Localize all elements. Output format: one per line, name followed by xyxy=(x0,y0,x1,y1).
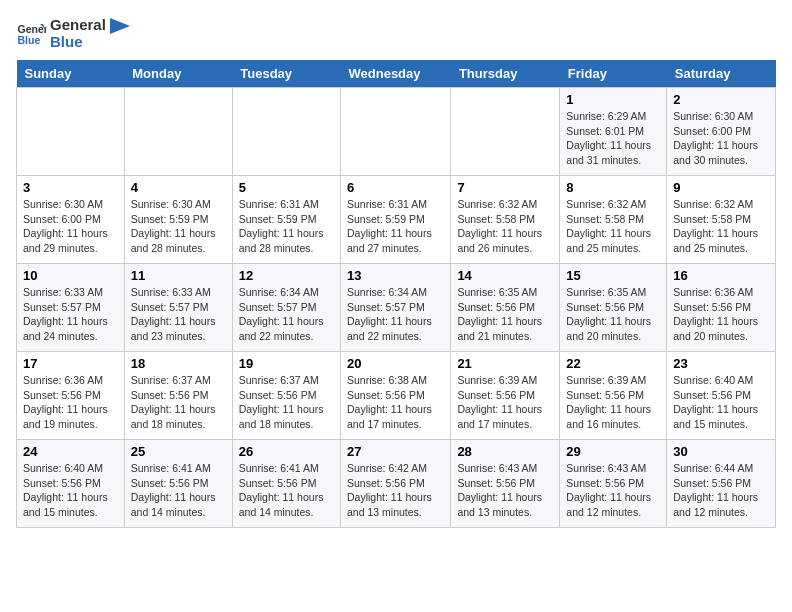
sunset-text: Sunset: 5:59 PM xyxy=(347,212,444,227)
day-info: Sunrise: 6:40 AMSunset: 5:56 PMDaylight:… xyxy=(673,373,769,432)
calendar-cell xyxy=(17,88,125,176)
daylight-text: Daylight: 11 hours and 26 minutes. xyxy=(457,226,553,255)
sunset-text: Sunset: 5:57 PM xyxy=(347,300,444,315)
sunset-text: Sunset: 5:56 PM xyxy=(566,476,660,491)
day-info: Sunrise: 6:39 AMSunset: 5:56 PMDaylight:… xyxy=(566,373,660,432)
sunset-text: Sunset: 5:56 PM xyxy=(347,388,444,403)
sunrise-text: Sunrise: 6:41 AM xyxy=(239,461,334,476)
sunrise-text: Sunrise: 6:35 AM xyxy=(457,285,553,300)
sunrise-text: Sunrise: 6:41 AM xyxy=(131,461,226,476)
daylight-text: Daylight: 11 hours and 21 minutes. xyxy=(457,314,553,343)
sunset-text: Sunset: 5:56 PM xyxy=(457,300,553,315)
sunrise-text: Sunrise: 6:32 AM xyxy=(566,197,660,212)
sunset-text: Sunset: 5:56 PM xyxy=(23,476,118,491)
daylight-text: Daylight: 11 hours and 27 minutes. xyxy=(347,226,444,255)
calendar-cell: 4Sunrise: 6:30 AMSunset: 5:59 PMDaylight… xyxy=(124,176,232,264)
sunrise-text: Sunrise: 6:31 AM xyxy=(239,197,334,212)
calendar-cell: 18Sunrise: 6:37 AMSunset: 5:56 PMDayligh… xyxy=(124,352,232,440)
day-number: 4 xyxy=(131,180,226,195)
daylight-text: Daylight: 11 hours and 14 minutes. xyxy=(131,490,226,519)
daylight-text: Daylight: 11 hours and 29 minutes. xyxy=(23,226,118,255)
sunrise-text: Sunrise: 6:38 AM xyxy=(347,373,444,388)
daylight-text: Daylight: 11 hours and 12 minutes. xyxy=(566,490,660,519)
daylight-text: Daylight: 11 hours and 28 minutes. xyxy=(239,226,334,255)
daylight-text: Daylight: 11 hours and 14 minutes. xyxy=(239,490,334,519)
page-header: General Blue General Blue xyxy=(16,16,776,50)
weekday-header-wednesday: Wednesday xyxy=(341,60,451,88)
day-info: Sunrise: 6:40 AMSunset: 5:56 PMDaylight:… xyxy=(23,461,118,520)
daylight-text: Daylight: 11 hours and 22 minutes. xyxy=(239,314,334,343)
day-number: 9 xyxy=(673,180,769,195)
sunrise-text: Sunrise: 6:34 AM xyxy=(347,285,444,300)
day-info: Sunrise: 6:31 AMSunset: 5:59 PMDaylight:… xyxy=(239,197,334,256)
calendar-cell: 20Sunrise: 6:38 AMSunset: 5:56 PMDayligh… xyxy=(341,352,451,440)
calendar-cell: 6Sunrise: 6:31 AMSunset: 5:59 PMDaylight… xyxy=(341,176,451,264)
sunrise-text: Sunrise: 6:30 AM xyxy=(673,109,769,124)
daylight-text: Daylight: 11 hours and 17 minutes. xyxy=(457,402,553,431)
sunrise-text: Sunrise: 6:37 AM xyxy=(239,373,334,388)
day-number: 11 xyxy=(131,268,226,283)
sunset-text: Sunset: 5:59 PM xyxy=(131,212,226,227)
calendar-cell: 29Sunrise: 6:43 AMSunset: 5:56 PMDayligh… xyxy=(560,440,667,528)
day-number: 30 xyxy=(673,444,769,459)
day-info: Sunrise: 6:34 AMSunset: 5:57 PMDaylight:… xyxy=(347,285,444,344)
day-info: Sunrise: 6:43 AMSunset: 5:56 PMDaylight:… xyxy=(566,461,660,520)
sunset-text: Sunset: 5:56 PM xyxy=(673,476,769,491)
daylight-text: Daylight: 11 hours and 19 minutes. xyxy=(23,402,118,431)
day-info: Sunrise: 6:41 AMSunset: 5:56 PMDaylight:… xyxy=(131,461,226,520)
calendar-cell: 21Sunrise: 6:39 AMSunset: 5:56 PMDayligh… xyxy=(451,352,560,440)
logo: General Blue General Blue xyxy=(16,16,130,50)
calendar-cell: 9Sunrise: 6:32 AMSunset: 5:58 PMDaylight… xyxy=(667,176,776,264)
day-number: 13 xyxy=(347,268,444,283)
calendar-cell: 10Sunrise: 6:33 AMSunset: 5:57 PMDayligh… xyxy=(17,264,125,352)
calendar-cell: 24Sunrise: 6:40 AMSunset: 5:56 PMDayligh… xyxy=(17,440,125,528)
calendar-cell: 5Sunrise: 6:31 AMSunset: 5:59 PMDaylight… xyxy=(232,176,340,264)
calendar-cell: 19Sunrise: 6:37 AMSunset: 5:56 PMDayligh… xyxy=(232,352,340,440)
calendar-week-3: 10Sunrise: 6:33 AMSunset: 5:57 PMDayligh… xyxy=(17,264,776,352)
day-info: Sunrise: 6:37 AMSunset: 5:56 PMDaylight:… xyxy=(239,373,334,432)
calendar-cell: 28Sunrise: 6:43 AMSunset: 5:56 PMDayligh… xyxy=(451,440,560,528)
day-info: Sunrise: 6:36 AMSunset: 5:56 PMDaylight:… xyxy=(23,373,118,432)
daylight-text: Daylight: 11 hours and 17 minutes. xyxy=(347,402,444,431)
day-number: 3 xyxy=(23,180,118,195)
day-info: Sunrise: 6:30 AMSunset: 5:59 PMDaylight:… xyxy=(131,197,226,256)
calendar-week-1: 1Sunrise: 6:29 AMSunset: 6:01 PMDaylight… xyxy=(17,88,776,176)
calendar-cell: 26Sunrise: 6:41 AMSunset: 5:56 PMDayligh… xyxy=(232,440,340,528)
day-info: Sunrise: 6:41 AMSunset: 5:56 PMDaylight:… xyxy=(239,461,334,520)
calendar-week-5: 24Sunrise: 6:40 AMSunset: 5:56 PMDayligh… xyxy=(17,440,776,528)
calendar-cell: 3Sunrise: 6:30 AMSunset: 6:00 PMDaylight… xyxy=(17,176,125,264)
day-info: Sunrise: 6:30 AMSunset: 6:00 PMDaylight:… xyxy=(673,109,769,168)
sunset-text: Sunset: 5:57 PM xyxy=(131,300,226,315)
sunrise-text: Sunrise: 6:36 AM xyxy=(23,373,118,388)
day-info: Sunrise: 6:32 AMSunset: 5:58 PMDaylight:… xyxy=(566,197,660,256)
day-number: 26 xyxy=(239,444,334,459)
sunrise-text: Sunrise: 6:33 AM xyxy=(131,285,226,300)
sunset-text: Sunset: 5:56 PM xyxy=(566,300,660,315)
day-info: Sunrise: 6:32 AMSunset: 5:58 PMDaylight:… xyxy=(457,197,553,256)
sunset-text: Sunset: 5:59 PM xyxy=(239,212,334,227)
sunrise-text: Sunrise: 6:36 AM xyxy=(673,285,769,300)
weekday-header-thursday: Thursday xyxy=(451,60,560,88)
day-number: 1 xyxy=(566,92,660,107)
calendar-cell: 11Sunrise: 6:33 AMSunset: 5:57 PMDayligh… xyxy=(124,264,232,352)
sunrise-text: Sunrise: 6:42 AM xyxy=(347,461,444,476)
calendar-cell: 13Sunrise: 6:34 AMSunset: 5:57 PMDayligh… xyxy=(341,264,451,352)
sunrise-text: Sunrise: 6:40 AM xyxy=(673,373,769,388)
calendar-cell: 23Sunrise: 6:40 AMSunset: 5:56 PMDayligh… xyxy=(667,352,776,440)
sunrise-text: Sunrise: 6:30 AM xyxy=(131,197,226,212)
sunrise-text: Sunrise: 6:37 AM xyxy=(131,373,226,388)
sunrise-text: Sunrise: 6:32 AM xyxy=(457,197,553,212)
sunset-text: Sunset: 5:58 PM xyxy=(673,212,769,227)
sunrise-text: Sunrise: 6:40 AM xyxy=(23,461,118,476)
weekday-header-friday: Friday xyxy=(560,60,667,88)
sunrise-text: Sunrise: 6:35 AM xyxy=(566,285,660,300)
calendar-cell: 1Sunrise: 6:29 AMSunset: 6:01 PMDaylight… xyxy=(560,88,667,176)
daylight-text: Daylight: 11 hours and 31 minutes. xyxy=(566,138,660,167)
sunset-text: Sunset: 5:57 PM xyxy=(239,300,334,315)
calendar-cell xyxy=(124,88,232,176)
sunset-text: Sunset: 5:56 PM xyxy=(457,476,553,491)
sunset-text: Sunset: 5:56 PM xyxy=(239,476,334,491)
logo-icon: General Blue xyxy=(16,18,46,48)
sunset-text: Sunset: 5:58 PM xyxy=(566,212,660,227)
day-number: 7 xyxy=(457,180,553,195)
